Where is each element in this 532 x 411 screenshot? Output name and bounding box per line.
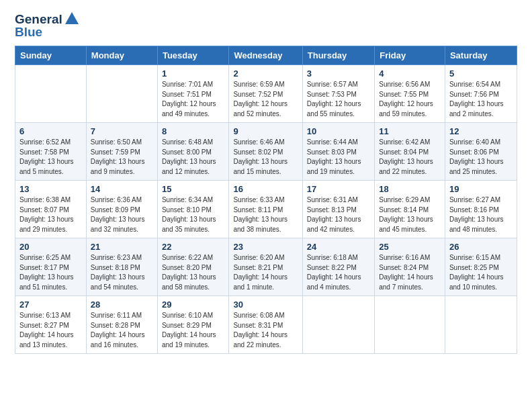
calendar-cell: 13Sunrise: 6:38 AM Sunset: 8:07 PM Dayli…	[15, 181, 87, 238]
day-info: Sunrise: 6:44 AM Sunset: 8:03 PM Dayligh…	[307, 138, 370, 177]
calendar-cell: 19Sunrise: 6:27 AM Sunset: 8:16 PM Dayli…	[445, 181, 517, 238]
day-info: Sunrise: 6:22 AM Sunset: 8:20 PM Dayligh…	[162, 253, 225, 292]
calendar-cell: 20Sunrise: 6:25 AM Sunset: 8:17 PM Dayli…	[15, 238, 87, 296]
day-info: Sunrise: 6:34 AM Sunset: 8:10 PM Dayligh…	[162, 195, 225, 234]
calendar-cell: 7Sunrise: 6:50 AM Sunset: 7:59 PM Daylig…	[86, 123, 157, 181]
calendar-cell: 11Sunrise: 6:42 AM Sunset: 8:04 PM Dayli…	[375, 123, 445, 181]
calendar-cell	[15, 65, 87, 123]
calendar-weekday-monday: Monday	[86, 46, 157, 65]
day-info: Sunrise: 6:13 AM Sunset: 8:27 PM Dayligh…	[19, 311, 82, 350]
calendar-weekday-friday: Friday	[375, 46, 445, 65]
day-number: 3	[307, 68, 370, 79]
day-number: 25	[379, 242, 441, 252]
calendar-cell: 30Sunrise: 6:08 AM Sunset: 8:31 PM Dayli…	[229, 296, 302, 354]
day-number: 11	[379, 126, 441, 136]
day-number: 16	[233, 184, 298, 194]
calendar-cell: 3Sunrise: 6:57 AM Sunset: 7:53 PM Daylig…	[302, 65, 374, 123]
calendar-cell: 23Sunrise: 6:20 AM Sunset: 8:21 PM Dayli…	[229, 238, 302, 296]
calendar-cell: 15Sunrise: 6:34 AM Sunset: 8:10 PM Dayli…	[157, 181, 229, 238]
calendar-cell: 14Sunrise: 6:36 AM Sunset: 8:09 PM Dayli…	[86, 181, 157, 238]
calendar-cell: 5Sunrise: 6:54 AM Sunset: 7:56 PM Daylig…	[445, 65, 517, 123]
day-info: Sunrise: 6:40 AM Sunset: 8:06 PM Dayligh…	[449, 138, 513, 177]
day-number: 24	[307, 242, 370, 252]
day-number: 28	[91, 300, 153, 310]
logo-general: General	[15, 13, 62, 26]
day-number: 12	[449, 126, 513, 136]
calendar-cell: 16Sunrise: 6:33 AM Sunset: 8:11 PM Dayli…	[229, 181, 302, 238]
calendar-cell: 22Sunrise: 6:22 AM Sunset: 8:20 PM Dayli…	[157, 238, 229, 296]
day-number: 10	[307, 126, 370, 136]
day-info: Sunrise: 6:52 AM Sunset: 7:58 PM Dayligh…	[19, 138, 82, 177]
day-info: Sunrise: 6:18 AM Sunset: 8:22 PM Dayligh…	[307, 253, 370, 292]
day-info: Sunrise: 6:54 AM Sunset: 7:56 PM Dayligh…	[449, 80, 513, 119]
calendar-cell: 17Sunrise: 6:31 AM Sunset: 8:13 PM Dayli…	[302, 181, 374, 238]
day-number: 21	[91, 242, 153, 252]
day-number: 2	[233, 68, 298, 79]
day-info: Sunrise: 6:36 AM Sunset: 8:09 PM Dayligh…	[91, 195, 153, 234]
calendar-weekday-tuesday: Tuesday	[157, 46, 229, 65]
day-number: 5	[449, 68, 513, 79]
day-info: Sunrise: 6:16 AM Sunset: 8:24 PM Dayligh…	[379, 253, 441, 292]
calendar-week-row: 6Sunrise: 6:52 AM Sunset: 7:58 PM Daylig…	[15, 123, 517, 181]
day-number: 1	[162, 68, 225, 79]
calendar-cell: 18Sunrise: 6:29 AM Sunset: 8:14 PM Dayli…	[375, 181, 445, 238]
day-info: Sunrise: 6:08 AM Sunset: 8:31 PM Dayligh…	[233, 311, 298, 350]
day-number: 8	[162, 126, 225, 136]
day-number: 29	[162, 300, 225, 310]
day-number: 17	[307, 184, 370, 194]
day-info: Sunrise: 6:50 AM Sunset: 7:59 PM Dayligh…	[91, 138, 153, 177]
calendar-week-row: 27Sunrise: 6:13 AM Sunset: 8:27 PM Dayli…	[15, 296, 517, 354]
calendar-cell: 24Sunrise: 6:18 AM Sunset: 8:22 PM Dayli…	[302, 238, 374, 296]
calendar-cell: 28Sunrise: 6:11 AM Sunset: 8:28 PM Dayli…	[86, 296, 157, 354]
calendar-weekday-saturday: Saturday	[445, 46, 517, 65]
calendar-cell: 2Sunrise: 6:59 AM Sunset: 7:52 PM Daylig…	[229, 65, 302, 123]
logo-icon	[64, 11, 79, 26]
day-info: Sunrise: 6:46 AM Sunset: 8:02 PM Dayligh…	[233, 138, 298, 177]
calendar-cell: 21Sunrise: 6:23 AM Sunset: 8:18 PM Dayli…	[86, 238, 157, 296]
day-info: Sunrise: 6:42 AM Sunset: 8:04 PM Dayligh…	[379, 138, 441, 177]
day-number: 20	[19, 242, 82, 252]
calendar-cell: 6Sunrise: 6:52 AM Sunset: 7:58 PM Daylig…	[15, 123, 87, 181]
day-number: 13	[19, 184, 82, 194]
calendar-cell: 10Sunrise: 6:44 AM Sunset: 8:03 PM Dayli…	[302, 123, 374, 181]
day-info: Sunrise: 6:15 AM Sunset: 8:25 PM Dayligh…	[449, 253, 513, 292]
calendar-table: SundayMondayTuesdayWednesdayThursdayFrid…	[15, 46, 517, 354]
calendar-weekday-thursday: Thursday	[302, 46, 374, 65]
calendar-week-row: 13Sunrise: 6:38 AM Sunset: 8:07 PM Dayli…	[15, 181, 517, 238]
day-info: Sunrise: 6:11 AM Sunset: 8:28 PM Dayligh…	[91, 311, 153, 350]
calendar-week-row: 20Sunrise: 6:25 AM Sunset: 8:17 PM Dayli…	[15, 238, 517, 296]
day-info: Sunrise: 6:29 AM Sunset: 8:14 PM Dayligh…	[379, 195, 441, 234]
calendar-cell: 1Sunrise: 7:01 AM Sunset: 7:51 PM Daylig…	[157, 65, 229, 123]
calendar-cell	[302, 296, 374, 354]
day-info: Sunrise: 6:57 AM Sunset: 7:53 PM Dayligh…	[307, 80, 370, 119]
calendar-cell: 12Sunrise: 6:40 AM Sunset: 8:06 PM Dayli…	[445, 123, 517, 181]
day-number: 14	[91, 184, 153, 194]
day-info: Sunrise: 6:59 AM Sunset: 7:52 PM Dayligh…	[233, 80, 298, 119]
calendar-cell: 29Sunrise: 6:10 AM Sunset: 8:29 PM Dayli…	[157, 296, 229, 354]
calendar-weekday-wednesday: Wednesday	[229, 46, 302, 65]
day-number: 26	[449, 242, 513, 252]
day-info: Sunrise: 6:38 AM Sunset: 8:07 PM Dayligh…	[19, 195, 82, 234]
calendar-cell: 27Sunrise: 6:13 AM Sunset: 8:27 PM Dayli…	[15, 296, 87, 354]
day-number: 30	[233, 300, 298, 310]
header: General Blue	[15, 12, 517, 39]
logo: General Blue	[15, 12, 79, 39]
day-number: 22	[162, 242, 225, 252]
day-info: Sunrise: 7:01 AM Sunset: 7:51 PM Dayligh…	[162, 80, 225, 119]
calendar-header-row: SundayMondayTuesdayWednesdayThursdayFrid…	[15, 46, 517, 65]
day-number: 23	[233, 242, 298, 252]
day-number: 27	[19, 300, 82, 310]
calendar-cell: 8Sunrise: 6:48 AM Sunset: 8:00 PM Daylig…	[157, 123, 229, 181]
day-number: 6	[19, 126, 82, 136]
calendar-cell	[375, 296, 445, 354]
calendar-cell: 4Sunrise: 6:56 AM Sunset: 7:55 PM Daylig…	[375, 65, 445, 123]
calendar-weekday-sunday: Sunday	[15, 46, 87, 65]
svg-marker-0	[65, 12, 79, 24]
day-number: 15	[162, 184, 225, 194]
logo-blue: Blue	[15, 25, 42, 39]
day-info: Sunrise: 6:25 AM Sunset: 8:17 PM Dayligh…	[19, 253, 82, 292]
calendar-cell: 25Sunrise: 6:16 AM Sunset: 8:24 PM Dayli…	[375, 238, 445, 296]
day-info: Sunrise: 6:33 AM Sunset: 8:11 PM Dayligh…	[233, 195, 298, 234]
day-info: Sunrise: 6:56 AM Sunset: 7:55 PM Dayligh…	[379, 80, 441, 119]
day-info: Sunrise: 6:27 AM Sunset: 8:16 PM Dayligh…	[449, 195, 513, 234]
